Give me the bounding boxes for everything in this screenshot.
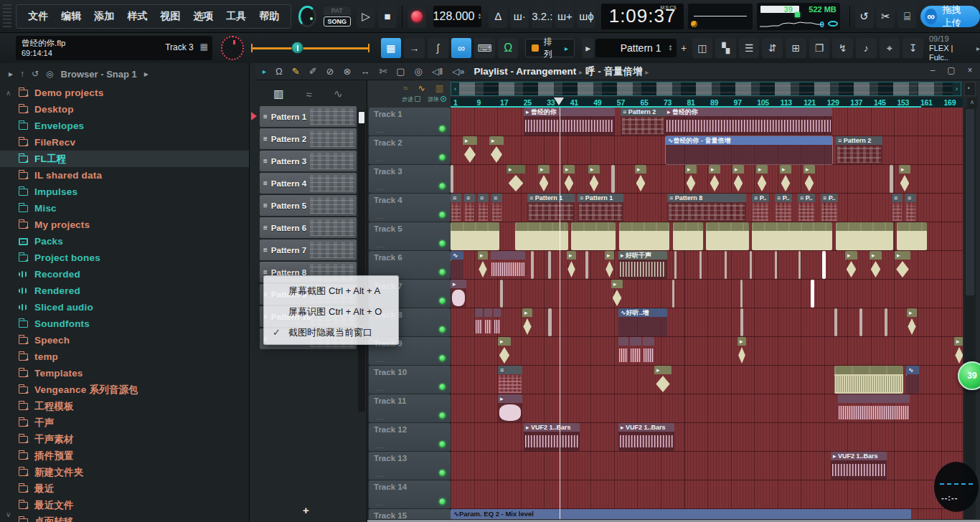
clip-曾经的你 - 音量倍增[interactable]: 曾经的你 - 音量倍增: [666, 136, 832, 164]
clip[interactable]: [618, 337, 628, 365]
back-icon[interactable]: ↺: [32, 69, 39, 79]
channel-rack-icon[interactable]: ☰: [739, 38, 760, 58]
add-pattern-button[interactable]: +: [677, 39, 690, 57]
drag-upload-button[interactable]: ∞ 拖拽上传: [920, 6, 980, 27]
tempo-display[interactable]: 128.000▲▼: [433, 6, 482, 27]
clip[interactable]: [478, 251, 488, 279]
scrollbar-handle[interactable]: [966, 109, 974, 295]
pattern-scrollbar[interactable]: [358, 110, 365, 412]
song-position-slider[interactable]: [251, 41, 369, 55]
pattern-selector[interactable]: Pattern 1 ▲▼: [595, 39, 677, 57]
clip[interactable]: [500, 280, 503, 308]
record-button[interactable]: [407, 5, 426, 28]
clip[interactable]: [892, 194, 903, 222]
window-grip[interactable]: [3, 4, 11, 29]
clip-P..[interactable]: P..: [821, 194, 838, 222]
corner-tab-audio[interactable]: ≈: [403, 83, 408, 93]
browser-folder-item[interactable]: FileRecv: [0, 134, 249, 151]
clip[interactable]: [811, 280, 814, 308]
wait-for-input-icon[interactable]: ш·: [510, 5, 529, 28]
menu-file[interactable]: 文件: [28, 10, 48, 23]
clip[interactable]: [654, 366, 672, 394]
clip[interactable]: [906, 366, 919, 394]
pattern-tab-piano[interactable]: ▥: [273, 87, 283, 100]
browser-folder-item[interactable]: Envelopes: [0, 118, 249, 134]
clip[interactable]: [548, 251, 551, 279]
clip-param-eq2[interactable]: Param. EQ 2 - Mix level: [451, 509, 911, 519]
clip[interactable]: [548, 308, 552, 336]
clip[interactable]: [838, 394, 910, 422]
track-enable-led[interactable]: [439, 183, 446, 189]
plugin-icon[interactable]: ↯: [832, 38, 853, 58]
browser-folder-item[interactable]: 最近: [0, 480, 249, 497]
source-toggle-icon[interactable]: [440, 96, 446, 102]
menu-options[interactable]: 选项: [193, 10, 213, 23]
countdown-icon[interactable]: 3.2.:: [532, 5, 552, 28]
clip-好听干声[interactable]: 好听干声: [618, 251, 667, 279]
clip[interactable]: [567, 251, 576, 279]
clip[interactable]: [673, 222, 703, 250]
pattern-cell[interactable]: ≡ Pattern 2: [260, 128, 357, 149]
browser-folder-item[interactable]: 桌面转移: [0, 513, 249, 522]
scroll-up-hint-icon[interactable]: ∧: [6, 89, 11, 97]
track-enable-led[interactable]: [439, 154, 446, 161]
clip[interactable]: [685, 165, 697, 193]
browser-folder-item[interactable]: Sliced audio: [0, 299, 249, 315]
timeline-ruler[interactable]: 1917253341495765738189971051131211291371…: [451, 98, 963, 108]
pattern-cell[interactable]: ≡ Pattern 4: [260, 173, 357, 194]
clip[interactable]: [775, 251, 777, 279]
clip-Pattern 1[interactable]: Pattern 1: [527, 194, 575, 222]
clip[interactable]: [522, 308, 532, 336]
song-mode-button[interactable]: SONG: [324, 16, 352, 27]
clip[interactable]: [643, 337, 654, 365]
track-enable-led[interactable]: [439, 412, 446, 419]
track-header[interactable]: Track 1 ...: [369, 108, 451, 136]
track-header[interactable]: Track 14 ...: [369, 480, 451, 508]
paint-tool-icon[interactable]: ✐: [309, 66, 317, 77]
song-position-handle[interactable]: [291, 42, 303, 54]
search-icon[interactable]: ◎: [46, 69, 53, 79]
pattern-spinner[interactable]: ▲▼: [669, 44, 673, 52]
playlist-vertical-scrollbar[interactable]: ∨: [964, 108, 976, 519]
metronome-icon[interactable]: ∆: [489, 5, 507, 28]
playhead-marker[interactable]: [554, 98, 564, 105]
glide-button[interactable]: ʃ: [428, 38, 448, 58]
step-checkbox[interactable]: [415, 96, 420, 102]
clip-曾经的你[interactable]: 曾经的你: [524, 108, 615, 136]
clip[interactable]: [635, 165, 646, 193]
track-enable-led[interactable]: [439, 470, 446, 476]
browser-folder-item[interactable]: Desktop: [0, 101, 249, 118]
clip-P..[interactable]: P..: [775, 194, 792, 222]
zoom-tool-icon[interactable]: ◎: [415, 66, 423, 77]
clip-好听..增[interactable]: 好听..增: [618, 308, 667, 336]
mini-clock-overlay[interactable]: --:--: [934, 462, 979, 512]
tuner-icon[interactable]: ♪: [856, 38, 877, 58]
mic-icon[interactable]: ⌸: [897, 5, 916, 28]
clip[interactable]: [798, 251, 801, 279]
clip[interactable]: [498, 366, 522, 394]
draw-tool-icon[interactable]: ✎: [292, 66, 300, 77]
clip[interactable]: [885, 308, 887, 336]
typing-to-piano-link-button[interactable]: ∞: [451, 38, 472, 58]
clip-Pattern 1[interactable]: Pattern 1: [578, 194, 623, 222]
track-header[interactable]: Track 10 ...: [369, 366, 451, 394]
clip[interactable]: [451, 222, 499, 250]
clip[interactable]: [630, 337, 641, 365]
clip[interactable]: [585, 251, 588, 279]
clip[interactable]: [738, 337, 746, 365]
clip[interactable]: [588, 165, 600, 193]
menu-add[interactable]: 添加: [94, 10, 114, 23]
clip[interactable]: [954, 337, 963, 365]
up-icon[interactable]: ↑: [20, 69, 24, 79]
clip-VUF2 1..Bars[interactable]: VUF2 1..Bars: [618, 423, 674, 451]
menu-edit[interactable]: 编辑: [61, 10, 81, 23]
clip[interactable]: [463, 136, 477, 164]
track-header[interactable]: Track 4 ...: [369, 194, 451, 222]
browser-folder-item[interactable]: My projects: [0, 217, 249, 233]
track-header[interactable]: Track 5 ...: [369, 222, 451, 250]
playlist-speaker-icon[interactable]: ◁»: [452, 66, 464, 77]
ruler-up-hint-icon[interactable]: ∧: [967, 98, 977, 108]
clip[interactable]: [890, 165, 893, 193]
clip-曾经的你[interactable]: 曾经的你: [665, 108, 832, 136]
clip-VUF2 1..Bars[interactable]: VUF2 1..Bars: [831, 452, 887, 480]
